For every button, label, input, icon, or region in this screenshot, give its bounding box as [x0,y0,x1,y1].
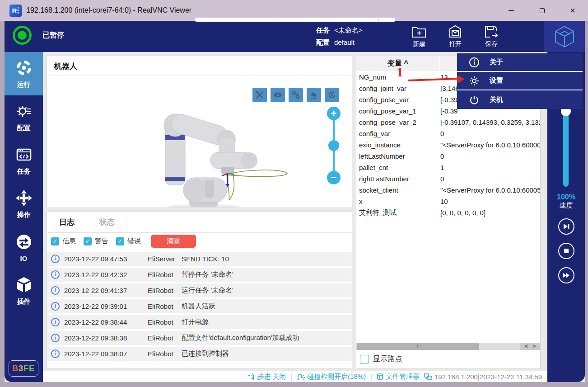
scroll-left-button[interactable]: < [525,343,528,349]
variable-value: [-0.39107, 0.14393, 0.3259, 3.1325 [440,118,540,126]
annotation-arrowhead [457,75,465,83]
log-time: 2023-12-22 09:39:01 [64,302,148,310]
robot-3d-viewport[interactable]: + − [47,75,352,208]
variable-row[interactable]: 艾利特_测试 [0, 0, 0, 0, 0, 0] [356,207,540,218]
view-reset-button[interactable] [325,88,339,102]
zoom-track-lower[interactable] [333,151,335,171]
view-visibility-button[interactable] [271,88,285,102]
viewport-zoom-control: + − [323,107,344,188]
collision-detection-toggle[interactable]: 碰撞检测开启(18%) [297,373,366,381]
hscrollbar-thumb[interactable] [357,343,479,350]
variable-row[interactable]: leftLastNumber 0 [356,151,540,162]
file-manager-button[interactable]: 文件管理器 [377,373,420,381]
variable-row[interactable]: config_pose_var_2 [-0.39107, 0.14393, 0.… [356,117,540,128]
statusbar-separator: | [290,373,292,381]
speed-slider[interactable] [561,107,570,189]
filter-checkbox[interactable]: ✓ [116,237,124,245]
view-erase-button[interactable] [307,88,321,102]
viewport-toolbar [252,88,339,102]
variable-name: pallet_cnt [356,164,440,171]
variable-name: config_pose_var_2 [356,118,440,126]
sidebar-item-plugin[interactable]: 插件 [5,269,43,312]
variable-row[interactable]: config_var 0 [356,128,540,139]
variable-row[interactable]: exio_instance "<ServerProxy for 6.0.0.10… [356,139,540,151]
zoom-track-upper[interactable] [333,120,335,140]
connection-status: 192.168.1.200|2023-12-22 11:34:59 [424,373,542,381]
variable-name: config_joint_var [356,85,440,92]
filter-checkbox[interactable]: ✓ [51,237,59,245]
show-waypoints-checkbox[interactable] [360,355,369,364]
vnc-toolbar-strip[interactable] [195,18,395,22]
tab-log[interactable]: 日志 [47,212,87,232]
view-tools-button[interactable] [252,88,267,102]
show-waypoints-label: 显示路点 [373,354,402,364]
gear-list-icon [15,102,33,120]
log-entry-row: i 2023-12-22 09:41:37 EliRobot 运行任务 '未命名… [47,283,352,297]
log-source: EliRobot [148,302,182,310]
step-mode-toggle[interactable]: 步进 关闭 [247,373,286,381]
about-info-icon [469,57,480,68]
filter-label: 错误 [127,237,141,245]
new-task-button[interactable]: 新建 [405,24,434,48]
view-path-button[interactable] [289,88,303,102]
variable-name: socket_client [356,186,440,194]
realvnc-logo-icon: RVNC [9,5,22,17]
robot-panel: 机器人 [47,56,352,208]
info-icon: i [51,334,60,342]
variable-name: exio_instance [356,141,440,149]
variable-row[interactable]: x 10 [356,196,540,207]
variable-value: 0 [440,152,540,160]
open-task-button[interactable]: 打开 [441,24,470,48]
menu-item-settings[interactable]: 设置 [457,72,583,90]
close-button[interactable]: × [557,0,588,21]
variables-hscrollbar[interactable]: < > [356,343,540,350]
zoom-out-button[interactable]: − [327,171,341,184]
variable-row[interactable]: pallet_cnt 1 [356,162,540,173]
variable-name: x [356,198,440,205]
clear-log-button[interactable]: 清除 [151,235,196,248]
zoom-in-button[interactable]: + [327,107,341,120]
open-file-icon [448,24,463,39]
step-run-button[interactable] [558,218,574,235]
info-icon: i [51,286,60,295]
variable-value: 10 [440,198,540,205]
minimize-button[interactable] [496,0,527,21]
log-time: 2023-12-22 09:47:53 [64,255,148,263]
log-entry-row: i 2023-12-22 09:38:44 EliRobot 打开电源 [47,315,352,329]
variable-value: 0 [440,175,540,183]
code-window-icon [15,146,33,164]
rotate-view-icon [327,90,336,99]
sidebar-item-operate[interactable]: 操作 [5,182,43,226]
variable-row[interactable]: socket_client "<ServerProxy for 6.0.0.10… [356,184,540,196]
menu-item-about[interactable]: 关于 [457,53,583,72]
brand-menu-button[interactable] [544,21,585,52]
io-arrows-icon [15,233,33,251]
sidebar-item-io[interactable]: IO [5,226,43,269]
robot-status-led-icon[interactable] [13,26,32,45]
log-message: 暂停任务 '未命名' [182,270,233,279]
filter-checkbox[interactable]: ✓ [84,237,92,245]
tools-icon [255,90,264,99]
maximize-button[interactable] [527,0,557,21]
step-icon [247,373,255,380]
sidebar-item-run[interactable]: 运行 [5,52,43,95]
variable-value: 1 [440,164,540,171]
zoom-slider-handle[interactable] [328,140,339,151]
stop-button[interactable] [558,243,574,259]
menu-item-shutdown[interactable]: 关机 [457,90,583,109]
save-task-button[interactable]: 保存 [477,24,506,48]
skip-play-icon [562,222,570,231]
speed-slider-track[interactable] [563,107,569,187]
sidebar-item-config[interactable]: 配置 [5,95,43,139]
variable-name: config_pose_var_1 [356,107,440,115]
tab-status[interactable]: 状态 [87,212,127,232]
sidebar-item-task[interactable]: 任务 [5,139,43,182]
fast-forward-button[interactable] [558,267,574,283]
scroll-right-button[interactable]: > [532,343,536,349]
settings-gear-icon [469,76,480,86]
variable-row[interactable]: rightLastNumber 0 [356,173,540,184]
log-entry-row: i 2023-12-22 09:38:07 EliRobot 已连接到控制器 [47,347,352,361]
save-icon [484,24,499,39]
close-icon: × [570,5,575,16]
log-message: 配置文件'default.configuration'加载成功 [182,334,299,342]
